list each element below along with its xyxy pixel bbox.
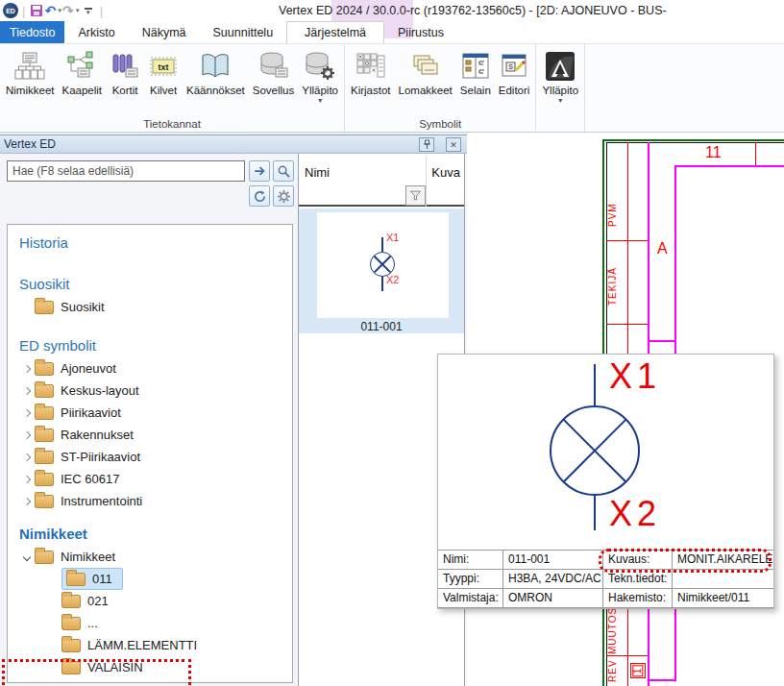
- tab-tiedosto[interactable]: Tiedosto: [0, 21, 64, 43]
- go-button[interactable]: [249, 160, 270, 182]
- tree-item-iec-60617[interactable]: IEC 60617: [8, 468, 292, 490]
- folder-icon: [66, 573, 86, 586]
- frame-line-magenta: [648, 679, 676, 681]
- undo-button[interactable]: ↶▼: [44, 2, 62, 19]
- search-button[interactable]: [273, 160, 294, 182]
- yllapito-symbolit-button[interactable]: Ylläpito ▼: [538, 47, 582, 105]
- chevron-right-icon[interactable]: [19, 499, 35, 504]
- palette-title: Vertex ED: [4, 137, 56, 151]
- tree-section-ed-symbolit[interactable]: ED symbolit: [19, 337, 292, 354]
- tree-item-keskus-layout[interactable]: Keskus-layout: [8, 380, 292, 402]
- save-button[interactable]: [29, 2, 44, 19]
- kaapelit-button[interactable]: Kaapelit: [58, 47, 106, 97]
- editori-button[interactable]: S Editori: [495, 47, 534, 97]
- tree-section-historia[interactable]: Historia: [19, 234, 292, 251]
- separator: |: [100, 4, 103, 18]
- tree-item-valaisin[interactable]: VALAISIN: [8, 656, 292, 678]
- column-number-label: 11: [705, 144, 722, 161]
- column-header-kuva[interactable]: Kuva: [431, 165, 460, 180]
- refresh-icon: [253, 189, 267, 204]
- tree-item-021[interactable]: 021: [8, 590, 292, 612]
- forms-stack-icon: [410, 48, 441, 85]
- ribbon: Nimikkeet Kaapelit Kortit txt Kilvet: [0, 43, 784, 133]
- app-menu-button[interactable]: ED: [3, 2, 18, 19]
- chevron-right-icon[interactable]: [19, 454, 35, 460]
- field-label: Valmistaja:: [438, 589, 503, 608]
- field-value: H3BA, 24VDC/AC: [503, 570, 603, 589]
- palette-header[interactable]: Vertex ED ✕: [0, 135, 467, 154]
- nimikkeet-button[interactable]: Nimikkeet: [2, 47, 58, 97]
- gear-icon: [277, 189, 291, 204]
- folder-icon: [35, 451, 54, 464]
- close-icon[interactable]: ✕: [446, 137, 461, 152]
- tree-item-ajoneuvot[interactable]: Ajoneuvot: [8, 357, 292, 380]
- tab-jarjestelma[interactable]: Järjestelmä: [286, 21, 384, 43]
- filter-button[interactable]: [405, 185, 426, 206]
- dropdown-caret-icon[interactable]: ▼: [557, 97, 564, 105]
- yllapito-tietokannat-button[interactable]: Ylläpito ▼: [298, 47, 342, 105]
- customize-quick-access-button[interactable]: ▼: [81, 2, 96, 19]
- item-hierarchy-icon: [14, 48, 45, 85]
- folder-icon: [35, 384, 54, 398]
- pvm-label: PVM: [607, 190, 621, 240]
- symbol-pin-line: [594, 496, 596, 530]
- save-icon: [31, 5, 42, 16]
- settings-button[interactable]: [273, 185, 294, 207]
- chevron-down-icon[interactable]: [19, 554, 35, 560]
- sheet-border-black: [606, 142, 784, 143]
- tab-nakyma[interactable]: Näkymä: [129, 21, 200, 43]
- tree-item-suosikit[interactable]: Suosikit: [8, 296, 292, 318]
- tree-item-rakennukset[interactable]: Rakennukset: [8, 424, 292, 446]
- folder-icon: [35, 429, 54, 442]
- pin-icon: [423, 139, 431, 150]
- tab-piirustus[interactable]: Piirustus: [384, 21, 457, 43]
- dropdown-caret-icon[interactable]: ▼: [317, 97, 324, 105]
- cable-network-icon: [66, 48, 97, 85]
- kirjastot-button[interactable]: Kirjastot: [347, 47, 395, 97]
- kilvet-button[interactable]: txt Kilvet: [144, 47, 183, 97]
- tree-item-piirikaaviot[interactable]: Piirikaaviot: [8, 402, 292, 424]
- redo-button[interactable]: ↷▼: [62, 2, 81, 19]
- sheet-border-green: [602, 139, 784, 141]
- selection-highlight: 011: [61, 568, 123, 590]
- tree-section-suosikit[interactable]: Suosikit: [19, 276, 292, 292]
- symbol-library-icon: [355, 48, 386, 85]
- pin-button[interactable]: [419, 137, 434, 152]
- kaannokset-button[interactable]: Käännökset: [183, 47, 249, 97]
- kortit-button[interactable]: Kortit: [106, 47, 144, 97]
- frame-line-magenta: [648, 340, 676, 342]
- tree-item-nimikkeet[interactable]: Nimikkeet: [8, 546, 292, 568]
- symbol-editor-icon: S: [499, 48, 529, 85]
- symbol-pin-line: [381, 237, 383, 252]
- tree-item-ellipsis[interactable]: ...: [8, 612, 292, 634]
- top-chrome: ED | ↶▼ ↷▼ ▼ | Vertex ED 2024 / 30.0.0-r…: [0, 0, 784, 43]
- column-header-nimi[interactable]: Nimi: [305, 165, 330, 180]
- tree-item-011-selected[interactable]: 011: [8, 568, 292, 590]
- chevron-right-icon[interactable]: [19, 388, 35, 394]
- folder-icon: [35, 473, 54, 486]
- svg-text:S: S: [508, 63, 513, 70]
- chevron-right-icon[interactable]: [19, 410, 35, 416]
- field-label: Tekn.tiedot:: [603, 570, 673, 589]
- chevron-right-icon[interactable]: [19, 366, 35, 372]
- chevron-right-icon[interactable]: [19, 432, 35, 438]
- tree-item-st-piirikaaviot[interactable]: ST-Piirikaaviot: [8, 446, 292, 468]
- application-window: ED | ↶▼ ↷▼ ▼ | Vertex ED 2024 / 30.0.0-r…: [0, 0, 784, 686]
- symbol-list-selected-item[interactable]: X1 X2 011-001: [299, 208, 464, 333]
- tree-section-nimikkeet[interactable]: Nimikkeet: [19, 526, 292, 542]
- tree-item-lamm-elementti[interactable]: LÄMM.ELEMENTTI: [8, 634, 292, 656]
- cards-icon: [110, 48, 140, 85]
- tab-arkisto[interactable]: Arkisto: [64, 21, 128, 43]
- chevron-right-icon[interactable]: [19, 477, 35, 482]
- tree-item-instrumentointi[interactable]: Instrumentointi: [8, 490, 292, 512]
- go-arrow-icon: [253, 164, 267, 178]
- sovellus-button[interactable]: Sovellus: [249, 47, 298, 97]
- refresh-button[interactable]: [249, 185, 270, 207]
- column-divider[interactable]: [426, 156, 427, 207]
- symbol-tree: Historia Suosikit Suosikit ED symbolit A…: [7, 224, 293, 683]
- tab-suunnittelu[interactable]: Suunnittelu: [200, 21, 287, 43]
- database-gear-icon: [305, 48, 335, 85]
- search-input[interactable]: [7, 160, 245, 182]
- lomakkeet-button[interactable]: Lomakkeet: [395, 47, 456, 97]
- selain-button[interactable]: Selain: [456, 47, 495, 97]
